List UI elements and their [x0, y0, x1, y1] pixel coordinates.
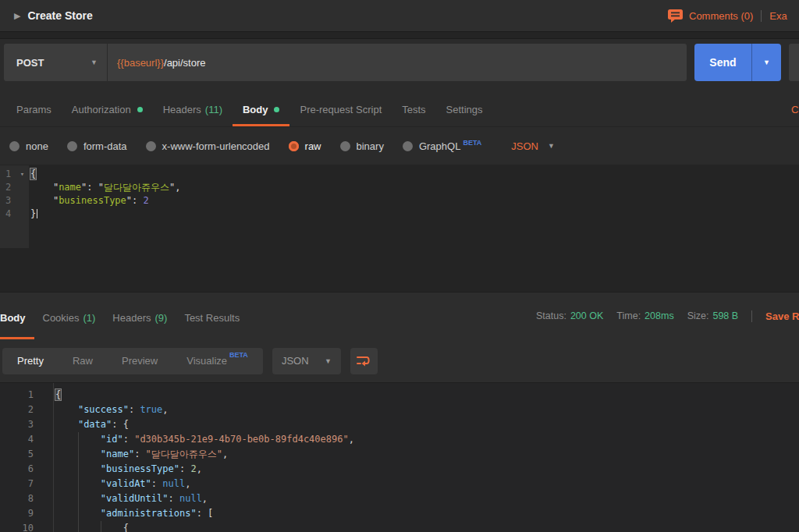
green-dot-icon: [137, 107, 143, 112]
request-body-code: 1▾{2 "name": "달다달아쥬우스",3 "businessType":…: [0, 168, 799, 221]
code-line: 7 "validAt": null,: [0, 477, 799, 491]
line-number: 4: [0, 432, 34, 447]
tab-params[interactable]: Params: [6, 92, 62, 126]
indent-guide: [78, 432, 79, 447]
tab-count-badge: (1): [83, 312, 95, 324]
tab-authorization[interactable]: Authorization: [62, 92, 153, 126]
url-input[interactable]: {{baseurl}}/api/store: [107, 44, 687, 81]
radio-icon: [146, 141, 156, 151]
section-divider: [0, 31, 799, 39]
collapse-request-icon[interactable]: ▶: [14, 11, 20, 21]
divider: [761, 10, 762, 22]
response-body-editor[interactable]: 1{2 "success": true,3 "data": {4 "id": "…: [0, 383, 799, 532]
code-line: 9 "administrations": [: [0, 506, 799, 521]
tab-test-results[interactable]: Test Results: [176, 296, 248, 339]
code-line: 6 "businessType": 2,: [0, 462, 799, 477]
green-dot-icon: [274, 107, 279, 112]
line-number: 4: [0, 207, 16, 221]
tab-body[interactable]: Body: [233, 92, 290, 126]
wrap-text-button[interactable]: [350, 348, 378, 374]
body-type-raw[interactable]: raw: [289, 140, 321, 152]
tab-cookies[interactable]: Cookies(1): [34, 296, 105, 339]
view-raw[interactable]: Raw: [73, 355, 93, 367]
view-preview[interactable]: Preview: [122, 355, 158, 367]
method-select[interactable]: POST ▼: [4, 44, 107, 81]
comments-button[interactable]: Comments (0): [668, 9, 753, 23]
chevron-down-icon: ▼: [325, 357, 332, 365]
tab-tests[interactable]: Tests: [392, 92, 435, 126]
line-number: 3: [0, 194, 16, 207]
line-number: 6: [0, 462, 34, 477]
response-body-code: 1{2 "success": true,3 "data": {4 "id": "…: [0, 388, 799, 532]
tab-count-badge: (11): [205, 104, 222, 115]
body-type-binary[interactable]: binary: [340, 140, 384, 152]
size-badge: Size:598 B: [687, 310, 738, 321]
line-number: 3: [0, 417, 34, 432]
postman-app: ▶ Create Store Comments (0) Exa POST ▼: [0, 0, 799, 532]
indent-guide: [78, 462, 79, 477]
line-number: 7: [0, 477, 34, 491]
method-url-group: POST ▼ {{baseurl}}/api/store: [4, 44, 687, 81]
time-badge: Time:208ms: [616, 310, 673, 321]
line-number: 1: [0, 168, 16, 181]
view-visualize[interactable]: VisualizeBETA: [186, 354, 248, 367]
word-wrap-icon: [356, 355, 371, 367]
request-header: ▶ Create Store Comments (0) Exa: [0, 0, 799, 31]
comments-label: Comments (0): [689, 10, 753, 22]
fold-caret-icon: ▾: [16, 168, 29, 181]
chevron-down-icon: ▼: [91, 59, 98, 66]
tab-headers[interactable]: Headers(11): [153, 92, 233, 126]
body-type-x-www-form-urlencoded[interactable]: x-www-form-urlencoded: [146, 140, 270, 152]
code-line: 1▾{: [0, 168, 799, 181]
line-number: 10: [0, 521, 34, 532]
radio-icon: [403, 141, 413, 151]
chevron-down-icon: ▼: [548, 142, 555, 150]
indent-guide: [78, 521, 79, 532]
tab-headers[interactable]: Headers(9): [104, 296, 176, 339]
tab-settings[interactable]: Settings: [436, 92, 493, 126]
response-meta: Status:200 OK Time:208ms Size:598 B Save…: [536, 293, 799, 339]
save-response-button-partial[interactable]: Save R: [765, 310, 799, 322]
cookies-link-partial[interactable]: C: [791, 92, 798, 127]
body-type-form-data[interactable]: form-data: [67, 140, 127, 152]
raw-language-select[interactable]: JSON▼: [511, 140, 555, 152]
save-request-button-partial[interactable]: [789, 44, 799, 81]
body-type-selector: noneform-datax-www-form-urlencodedrawbin…: [0, 127, 799, 165]
radio-icon: [340, 141, 350, 151]
response-toolbar: PrettyRawPreviewVisualizeBETA JSON ▼: [0, 339, 799, 383]
body-type-graphql[interactable]: GraphQLBETA: [403, 140, 481, 152]
divider: [751, 310, 752, 322]
text-cursor: [37, 209, 37, 218]
code-line: 8 "validUntil": null,: [0, 491, 799, 506]
code-line: 1{: [0, 388, 799, 403]
code-line: 2 "success": true,: [0, 403, 799, 417]
send-button[interactable]: Send ▼: [694, 44, 781, 81]
line-number: 5: [0, 447, 34, 462]
indent-guide: [78, 447, 79, 462]
radio-icon: [67, 141, 77, 151]
examples-button[interactable]: Exa: [769, 10, 787, 22]
line-number: 9: [0, 506, 34, 521]
response-tabs: BodyCookies(1)Headers(9)Test Results: [0, 296, 248, 339]
tab-pre-request-script[interactable]: Pre-request Script: [289, 92, 392, 126]
response-view-switcher: PrettyRawPreviewVisualizeBETA: [2, 348, 263, 374]
code-line: 3 "data": {: [0, 417, 799, 432]
indent-guide: [78, 477, 79, 491]
code-line: 4}: [0, 207, 799, 221]
method-value: POST: [16, 57, 44, 69]
tab-body[interactable]: Body: [0, 296, 34, 339]
response-language-select[interactable]: JSON ▼: [272, 348, 341, 374]
url-variable: {{baseurl}}: [117, 57, 164, 69]
request-body-editor[interactable]: 1▾{2 "name": "달다달아쥬우스",3 "businessType":…: [0, 165, 799, 292]
request-title: Create Store: [27, 9, 92, 22]
response-pane: BodyCookies(1)Headers(9)Test Results Sta…: [0, 292, 799, 532]
comment-bubble-icon: [668, 9, 683, 23]
radio-icon: [9, 141, 20, 151]
send-options-chevron-icon[interactable]: ▼: [751, 44, 781, 81]
body-type-none[interactable]: none: [9, 140, 48, 152]
view-pretty[interactable]: Pretty: [17, 355, 44, 367]
beta-badge: BETA: [463, 139, 481, 147]
url-path: /api/store: [164, 57, 205, 69]
status-badge: Status:200 OK: [536, 310, 603, 321]
tab-count-badge: (9): [155, 312, 168, 324]
